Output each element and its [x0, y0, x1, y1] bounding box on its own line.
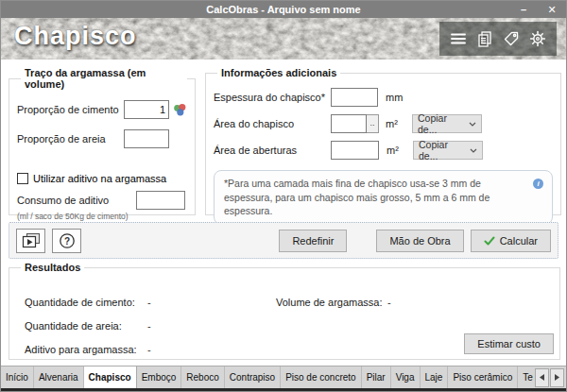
tab-telhado[interactable]: Telhado — [518, 366, 533, 388]
cimento-label: Proporção de cimento — [17, 104, 124, 115]
estimar-custo-button[interactable]: Estimar custo — [464, 333, 554, 354]
aberturas-label: Área de aberturas — [214, 145, 331, 156]
tab-piso-ceramico[interactable]: Piso cerâmico — [448, 366, 518, 388]
info-title: Informações adicionais — [217, 67, 340, 78]
info-groupbox: Informações adicionais Espessura do chap… — [205, 67, 561, 215]
consumo-hint: (ml / saco de 50Kg de cimento) — [17, 212, 187, 221]
help-button[interactable]: ? — [52, 229, 81, 253]
tab-emboco[interactable]: Emboço — [137, 366, 182, 388]
header-toolbar — [439, 22, 557, 56]
area-browse-button[interactable]: .. — [367, 114, 379, 133]
aberturas-copiar-de-value: Copiar de... — [419, 139, 470, 162]
aberturas-unit: m² — [387, 145, 407, 156]
tab-scroll-controls — [533, 366, 566, 388]
traco-title: Traço da argamassa (em volume) — [21, 67, 187, 90]
resultados-groupbox: Resultados Quantidade de cimento: - Quan… — [9, 262, 560, 360]
area-chapisco-unit: m² — [386, 118, 406, 129]
video-icon — [21, 232, 42, 249]
gear-icon[interactable] — [527, 28, 548, 49]
tab-reboco[interactable]: Reboco — [181, 366, 224, 388]
tab-chapisco[interactable]: Chapisco — [84, 366, 137, 388]
tab-strip: Início Alvenaria Chapisco Emboço Reboco … — [1, 366, 533, 388]
espessura-input[interactable] — [331, 88, 378, 107]
volume-result-value: - — [387, 297, 391, 308]
espessura-unit: mm — [386, 92, 406, 103]
action-bar: ? Redefinir Mão de Obra Calcular — [9, 222, 558, 259]
areia-input[interactable] — [124, 129, 169, 148]
area-chapisco-label: Área do chapisco — [214, 118, 331, 129]
utilizar-aditivo-checkbox[interactable] — [17, 173, 28, 184]
arrow-left-icon — [540, 374, 544, 381]
tab-piso-de-concreto[interactable]: Piso de concreto — [281, 366, 362, 388]
tag-icon[interactable] — [501, 28, 522, 49]
app-window: CalcObras - Arquivo sem nome – ✕ Chapisc… — [0, 0, 567, 392]
svg-text:?: ? — [63, 235, 69, 246]
result-row: Aditivo para argamassa: - — [25, 337, 151, 361]
espessura-note-text: *Para uma camada mais fina de chapisco u… — [224, 178, 490, 216]
check-icon — [484, 235, 495, 247]
consumo-input[interactable] — [136, 191, 185, 210]
window-title: CalcObras - Arquivo sem nome — [206, 4, 360, 15]
materials-icon[interactable] — [173, 103, 187, 117]
page-title: Chapisco — [14, 22, 137, 51]
cimento-result-value: - — [147, 297, 151, 308]
tab-scroll-left-button[interactable] — [535, 368, 549, 387]
tab-scroll-right-button[interactable] — [550, 368, 564, 387]
window-bottom-edge — [1, 388, 566, 391]
aberturas-copiar-de-dropdown[interactable]: Copiar de... — [413, 141, 483, 160]
cimento-result-label: Quantidade de cimento: — [25, 297, 147, 308]
utilizar-aditivo-label: Utilizar aditivo na argamassa — [33, 173, 166, 184]
aberturas-input[interactable] — [331, 141, 379, 160]
cimento-input[interactable] — [124, 100, 169, 119]
title-bar: CalcObras - Arquivo sem nome – ✕ — [1, 1, 566, 18]
module-tab-bar: Início Alvenaria Chapisco Emboço Reboco … — [1, 366, 566, 388]
copy-pages-icon[interactable] — [474, 28, 495, 49]
mao-de-obra-button[interactable]: Mão de Obra — [376, 230, 463, 252]
aditivo-result-label: Aditivo para argamassa: — [25, 344, 147, 355]
tab-inicio[interactable]: Início — [1, 366, 34, 388]
close-button[interactable]: ✕ — [538, 1, 566, 18]
volume-result-label: Volume de argamassa: — [276, 297, 387, 308]
calcular-button[interactable]: Calcular — [471, 230, 551, 252]
redefinir-button[interactable]: Redefinir — [279, 230, 347, 252]
tab-pilar[interactable]: Pilar — [362, 366, 391, 388]
question-icon: ? — [58, 231, 77, 250]
consumo-label: Consumo de aditivo — [17, 195, 136, 206]
areia-result-value: - — [147, 320, 151, 332]
chevron-down-icon — [470, 148, 477, 153]
area-copiar-de-dropdown[interactable]: Copiar de... — [412, 114, 482, 133]
resultados-right-column: Volume de argamassa: - — [276, 290, 391, 314]
tab-alvenaria[interactable]: Alvenaria — [34, 366, 84, 388]
tab-laje[interactable]: Laje — [421, 366, 449, 388]
page-header: Chapisco — [1, 18, 566, 60]
minimize-button[interactable]: – — [509, 1, 538, 18]
areia-label: Proporção de areia — [17, 133, 124, 145]
video-tutorial-button[interactable] — [16, 229, 45, 253]
resultados-title: Resultados — [21, 262, 84, 273]
tab-contrapiso[interactable]: Contrapiso — [225, 366, 281, 388]
traco-groupbox: Traço da argamassa (em volume) Proporção… — [9, 67, 196, 215]
aditivo-result-value: - — [147, 344, 151, 355]
result-row: Quantidade de cimento: - — [25, 290, 151, 314]
areia-result-label: Quantidade de areia: — [25, 320, 147, 332]
area-chapisco-input[interactable] — [331, 114, 367, 133]
espessura-label: Espessura do chapisco* — [214, 92, 331, 103]
result-row: Quantidade de areia: - — [25, 314, 151, 337]
tab-viga[interactable]: Viga — [391, 366, 421, 388]
info-icon[interactable]: i — [533, 179, 543, 189]
resultados-left-column: Quantidade de cimento: - Quantidade de a… — [25, 290, 151, 361]
arrow-right-icon — [555, 374, 559, 381]
area-copiar-de-value: Copiar de... — [418, 112, 469, 135]
calcular-label: Calcular — [500, 235, 538, 247]
window-controls: – ✕ — [509, 1, 566, 18]
espessura-note: *Para uma camada mais fina de chapisco u… — [214, 170, 553, 225]
chevron-down-icon — [469, 122, 476, 127]
menu-icon[interactable] — [448, 28, 469, 49]
